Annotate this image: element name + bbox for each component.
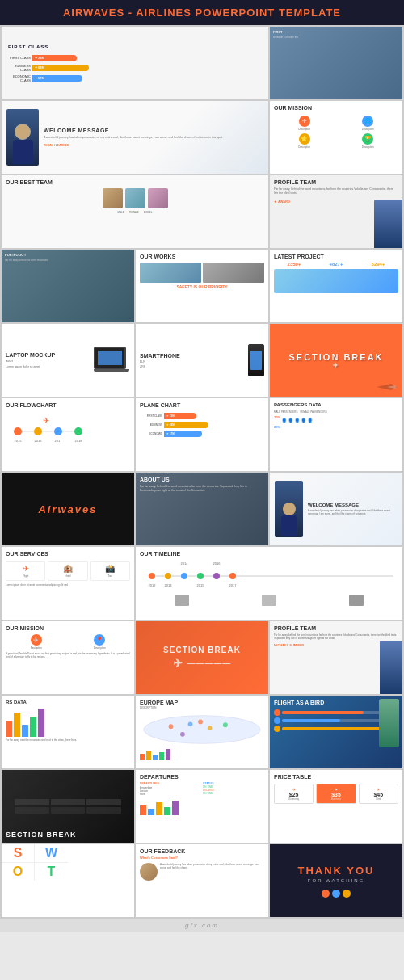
swot-t: T (35, 863, 68, 881)
departures-title: DEPARTURES (140, 774, 264, 780)
mission-icon-4: 🏆 Description (338, 133, 399, 149)
swot-o: O (2, 863, 35, 881)
svg-point-4 (74, 427, 82, 435)
svg-text:2015: 2015 (15, 439, 23, 443)
chart-bar-2 (14, 713, 20, 737)
female-pct: 80% (274, 425, 398, 429)
about-us-slide: ABOUT US Far far away, behind the word m… (136, 473, 268, 545)
social-icon-2 (332, 890, 340, 898)
plane-chart-bars: FIRST CLASS ✈ 23M BUSINESS CLASS ✈ 68M E… (8, 55, 262, 82)
latest-title: LATEST PROJECT (274, 254, 398, 259)
best-team-slide: OUR BEST TEAM MALE FEMALE MODEL (2, 175, 268, 248)
svg-point-16 (229, 573, 236, 579)
profile-title: PROFILE TEAM (274, 179, 398, 185)
flowchart-title: OUR FLOWCHART (6, 402, 130, 408)
profile-team-2-title: PROFILE TEAM (274, 625, 398, 631)
mission-icon-3: ⭐ Description (274, 133, 335, 149)
stat-3: 5294+ (372, 262, 385, 267)
stars-label: RS DATA (6, 700, 130, 705)
airwaves-logo-slide: Airwaves (2, 473, 134, 545)
timeline-photo-3 (349, 595, 364, 606)
europe-map-slide: EUROPE MAP DESCRIPTION (136, 696, 268, 768)
section-break-2-title: SECTION BREAK (163, 646, 241, 654)
svg-point-25 (188, 721, 193, 726)
works-photo-2 (203, 263, 264, 283)
europe-title: EUROPE MAP (140, 700, 264, 705)
svg-point-23 (144, 716, 260, 744)
svg-point-27 (223, 722, 228, 727)
welcome-2-title: WELCOME MESSAGE (308, 503, 396, 507)
team-photo-1 (103, 188, 123, 208)
swot-slide: S W O T (2, 844, 134, 917)
bar-row-business: BUSINESS CLASS ✈ 68M (8, 64, 262, 72)
team-photo-2 (125, 188, 145, 208)
section-break-plane-icon (375, 381, 399, 393)
mission-2-title: OUR MISSION (6, 625, 130, 631)
pilot-2-img (275, 481, 303, 537)
laptop-title: LAPTOP MOCKUP (6, 352, 90, 358)
flight-as-bird-slide: FLIGHT AS A BIRD (270, 696, 402, 768)
swot-w: W (35, 844, 68, 863)
bar-business-class: ✈ 68M (32, 65, 89, 71)
stewardess-img (379, 699, 399, 747)
page-header: AIRWAVES - AIRLINES POWERPOINT TEMPLATE (0, 0, 404, 25)
svg-text:2016: 2016 (35, 439, 43, 443)
plane-chart-slide: PLANE CHART FIRST CLASS ✈ 23M BUSINESS ✈… (136, 398, 268, 471)
svg-point-24 (169, 724, 174, 729)
price-table-slide: PRICE TABLE ✈ $25 Economy ✈ $35 Business… (270, 770, 402, 843)
team-photo-3 (148, 188, 168, 208)
chart-bar-1 (6, 721, 12, 737)
mission-2-icon-1: ✈ Navigation (6, 634, 67, 650)
laptop-image (94, 347, 130, 375)
svg-text:2018: 2018 (75, 439, 83, 443)
our-mission-2-slide: OUR MISSION ✈ Navigation 📍 Description A… (2, 621, 134, 694)
price-col-2: ✈ $35 Business (316, 784, 356, 804)
welcome-title: WELCOME MESSAGE (44, 128, 262, 133)
profile-team-slide: PROFILE TEAM Far far away, behind the wo… (270, 175, 402, 248)
plane-chart-title: PLANE CHART (140, 402, 264, 408)
feedback-text: A wonderful journey has taken possession… (160, 863, 264, 869)
welcome-message-slide: WELCOME MESSAGE A wonderful journey has … (2, 101, 268, 174)
svg-point-11 (149, 573, 155, 579)
latest-project-slide: LATEST PROJECT 2350+ 4827+ 5294+ (270, 250, 402, 322)
profile-team-2-slide: PROFILE TEAM Far far away, behind the wo… (270, 621, 402, 694)
svg-point-13 (181, 573, 187, 579)
pilot-body (13, 140, 33, 164)
male-pct: 70% (274, 415, 280, 423)
services-title: OUR SERVICES (6, 551, 130, 557)
gfx-watermark: gfx.com (0, 919, 404, 932)
price-title: PRICE TABLE (274, 774, 398, 780)
team-title: OUR BEST TEAM (6, 179, 264, 185)
svg-point-26 (208, 726, 213, 730)
svg-text:✈: ✈ (43, 416, 49, 425)
stat-2: 4827+ (330, 262, 343, 267)
svg-text:2014: 2014 (181, 562, 189, 566)
passengers-data-slide: PASSENGERS DATA MALE PASSENGERS FEMALE P… (270, 398, 402, 471)
safety-priority: SAFETY IS OUR PRIORITY (140, 284, 264, 289)
social-icon-3 (343, 890, 351, 898)
pilot-head (15, 124, 31, 140)
svg-text:2015: 2015 (197, 583, 205, 587)
svg-point-2 (34, 427, 42, 435)
team-photos (6, 188, 264, 208)
chart-bar-5 (38, 709, 44, 737)
service-box-2: 🏨 Hotel (48, 561, 87, 581)
mission-icon-1: ✈ Description (274, 116, 335, 131)
service-box-1: ✈ Flight (6, 561, 45, 581)
departures-slide: DEPARTURES DEPARTURES Amsterdam London P… (136, 770, 268, 843)
feedback-subtitle: What's Customers Said? (140, 856, 264, 860)
our-mission-slide: OUR MISSION ✈ Description 🌐 Description … (270, 101, 402, 174)
svg-text:2012: 2012 (149, 583, 157, 587)
bar-first-class: ✈ 23M (32, 55, 77, 61)
section-break-1-slide: SECTION BREAK ✈ (270, 324, 402, 397)
pilot-image (6, 109, 39, 166)
service-box-3: 📸 Tour (90, 561, 130, 581)
feedback-slide: OUR FEEDBACK What's Customers Said? A wo… (136, 844, 268, 917)
passengers-title: PASSENGERS DATA (274, 402, 398, 407)
profile-person-2 (380, 641, 402, 694)
svg-text:2016: 2016 (213, 562, 221, 566)
works-photo-1 (140, 263, 201, 283)
phone-title: SMARTPHONE (140, 353, 245, 359)
price-col-3: ✈ $45 First (359, 784, 398, 804)
first-class-label: FIRST CLASS (8, 44, 48, 49)
